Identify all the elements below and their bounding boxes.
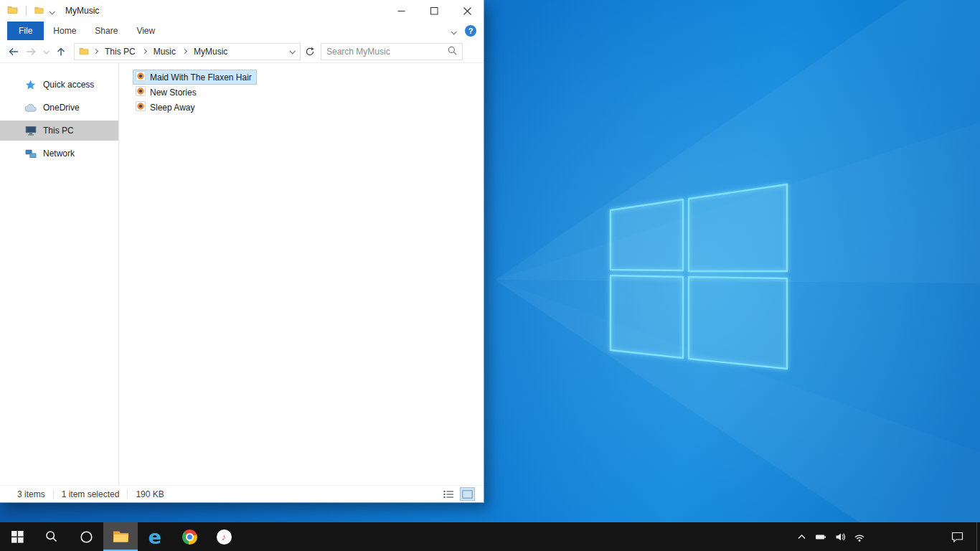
search-icon bbox=[45, 530, 58, 543]
battery-icon bbox=[815, 532, 826, 542]
action-center-icon bbox=[951, 532, 963, 542]
large-icons-view-button[interactable] bbox=[460, 487, 475, 501]
status-bar: 3 items 1 item selected 190 KB bbox=[0, 485, 484, 502]
chrome-icon bbox=[182, 529, 197, 545]
file-row[interactable]: Sleep Away bbox=[133, 100, 200, 115]
audio-file-icon bbox=[136, 101, 146, 113]
address-dropdown-chevron-icon[interactable] bbox=[288, 50, 296, 54]
action-center-button[interactable] bbox=[946, 522, 969, 551]
file-name: New Stories bbox=[150, 88, 197, 98]
start-button[interactable] bbox=[0, 522, 34, 551]
edge-e-icon: e bbox=[149, 527, 161, 547]
search-icon[interactable] bbox=[448, 45, 457, 58]
file-name: Maid With The Flaxen Hair bbox=[150, 72, 252, 83]
help-button[interactable]: ? bbox=[465, 25, 476, 37]
sidebar-item-label: Network bbox=[43, 149, 75, 159]
large-icons-view-icon bbox=[462, 490, 473, 499]
taskbar-chrome-button[interactable] bbox=[172, 522, 207, 551]
minimize-button[interactable] bbox=[385, 0, 418, 22]
taskbar-itunes-button[interactable]: ♪ bbox=[207, 522, 241, 551]
refresh-button[interactable] bbox=[301, 43, 319, 60]
forward-arrow-icon bbox=[25, 47, 37, 57]
details-view-icon bbox=[443, 490, 454, 499]
sidebar-item-onedrive[interactable]: OneDrive bbox=[0, 98, 118, 118]
status-item-count: 3 items bbox=[17, 489, 45, 499]
forward-button[interactable] bbox=[22, 42, 40, 61]
address-folder-icon bbox=[79, 45, 89, 58]
breadcrumb-chevron-icon[interactable] bbox=[93, 50, 99, 53]
breadcrumb-chevron-icon[interactable] bbox=[182, 50, 188, 53]
sidebar-item-network[interactable]: Network bbox=[0, 143, 118, 164]
cloud-icon bbox=[24, 103, 37, 112]
audio-file-icon bbox=[136, 86, 146, 98]
network-icon bbox=[24, 149, 37, 159]
window-body: Quick access OneDrive This PC Network bbox=[0, 63, 484, 485]
audio-file-icon bbox=[136, 71, 146, 83]
ribbon-expand-chevron-icon[interactable] bbox=[451, 24, 456, 37]
breadcrumb-chevron-icon[interactable] bbox=[141, 50, 148, 53]
back-button[interactable] bbox=[4, 42, 22, 61]
status-separator bbox=[127, 489, 128, 499]
qat-separator bbox=[26, 6, 27, 16]
sidebar-item-quick-access[interactable]: Quick access bbox=[0, 75, 118, 95]
status-size: 190 KB bbox=[136, 489, 164, 499]
computer-icon bbox=[24, 126, 37, 136]
breadcrumb-mymusic[interactable]: MyMusic bbox=[192, 47, 230, 57]
sidebar-item-label: Quick access bbox=[43, 80, 94, 90]
taskbar-search-button[interactable] bbox=[34, 522, 69, 551]
network-wifi-button[interactable] bbox=[852, 522, 867, 551]
taskbar-file-explorer-button[interactable] bbox=[103, 522, 138, 551]
sidebar-item-this-pc[interactable]: This PC bbox=[0, 121, 118, 141]
file-list: Maid With The Flaxen Hair New Stories Sl… bbox=[119, 63, 484, 485]
wifi-icon bbox=[854, 532, 865, 542]
close-button[interactable] bbox=[451, 0, 484, 22]
refresh-icon bbox=[305, 47, 315, 57]
status-separator bbox=[53, 489, 54, 499]
search-box bbox=[321, 43, 463, 60]
tab-view[interactable]: View bbox=[127, 22, 164, 40]
chevron-up-icon bbox=[797, 533, 806, 540]
tab-share[interactable]: Share bbox=[85, 22, 127, 40]
up-button[interactable] bbox=[52, 42, 70, 61]
window-folder-icon[interactable] bbox=[7, 4, 18, 17]
cortana-button[interactable] bbox=[69, 522, 103, 551]
qat-customize-chevron-icon[interactable] bbox=[50, 4, 54, 17]
taskbar: e ♪ bbox=[0, 522, 980, 551]
titlebar[interactable]: MyMusic bbox=[0, 0, 484, 22]
address-bar-row: This PC Music MyMusic bbox=[0, 40, 484, 63]
file-row[interactable]: New Stories bbox=[133, 85, 202, 100]
address-bar[interactable]: This PC Music MyMusic bbox=[74, 43, 301, 60]
breadcrumb-music[interactable]: Music bbox=[151, 47, 178, 57]
speaker-icon bbox=[835, 532, 846, 542]
music-note-icon: ♪ bbox=[217, 529, 232, 545]
taskbar-edge-button[interactable]: e bbox=[138, 522, 172, 551]
ribbon-tabs: File Home Share View ? bbox=[0, 22, 484, 40]
tab-file[interactable]: File bbox=[7, 22, 44, 40]
sidebar-item-label: OneDrive bbox=[43, 103, 80, 113]
sidebar-item-label: This PC bbox=[43, 126, 74, 136]
maximize-button[interactable] bbox=[418, 0, 451, 22]
close-icon bbox=[463, 7, 471, 15]
details-view-button[interactable] bbox=[441, 487, 456, 501]
minimize-icon bbox=[397, 7, 405, 15]
windows-logo-icon bbox=[11, 531, 24, 543]
show-desktop-button[interactable] bbox=[976, 522, 980, 551]
tab-home[interactable]: Home bbox=[44, 22, 85, 40]
explorer-window: MyMusic File Home Share View ? bbox=[0, 0, 484, 503]
star-icon bbox=[24, 80, 37, 90]
hidden-icons-button[interactable] bbox=[794, 522, 809, 551]
volume-button[interactable] bbox=[833, 522, 847, 551]
cortana-circle-icon bbox=[80, 530, 93, 544]
file-row[interactable]: Maid With The Flaxen Hair bbox=[133, 70, 257, 85]
qat-new-folder-icon[interactable] bbox=[34, 4, 44, 17]
quick-access-toolbar bbox=[7, 4, 54, 17]
recent-locations-chevron[interactable] bbox=[40, 42, 52, 61]
navigation-pane: Quick access OneDrive This PC Network bbox=[0, 63, 119, 485]
breadcrumb-this-pc[interactable]: This PC bbox=[103, 47, 138, 57]
maximize-icon bbox=[430, 7, 438, 15]
file-name: Sleep Away bbox=[150, 103, 195, 113]
battery-button[interactable] bbox=[814, 522, 828, 551]
search-input[interactable] bbox=[326, 47, 448, 57]
back-arrow-icon bbox=[7, 47, 19, 57]
window-controls bbox=[385, 0, 484, 22]
